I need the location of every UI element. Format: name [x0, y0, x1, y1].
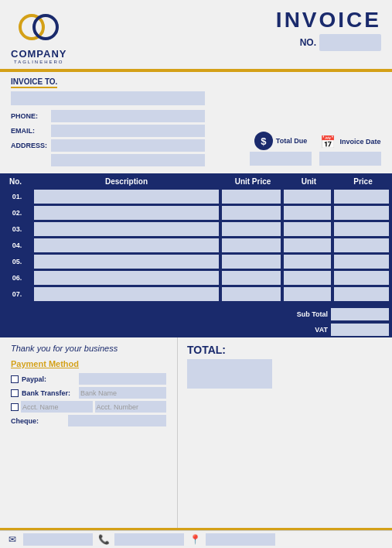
row-unit-price-1[interactable]	[220, 206, 282, 220]
row-price-1[interactable]	[332, 206, 390, 220]
total-box-input[interactable]	[187, 359, 272, 389]
footer-section: Thank you for your business Payment Meth…	[0, 337, 392, 528]
paypal-label: Paypal:	[22, 375, 76, 383]
row-price-6[interactable]	[332, 287, 390, 301]
table-row: 07.	[0, 287, 392, 301]
row-desc-6[interactable]	[32, 287, 220, 301]
row-unit-3[interactable]	[282, 238, 332, 252]
row-unit-6[interactable]	[282, 287, 332, 301]
row-no-0: 01.	[2, 193, 32, 200]
row-no-5: 06.	[2, 274, 32, 282]
bank-name-input[interactable]: Bank Name	[79, 387, 166, 399]
vat-row: VAT	[0, 322, 392, 337]
company-logo	[16, 8, 61, 46]
row-desc-2[interactable]	[32, 222, 220, 236]
email-label: EMAIL:	[11, 127, 48, 135]
invoice-title-area: INVOICE NO.	[276, 8, 381, 51]
row-price-0[interactable]	[332, 190, 390, 204]
row-unit-2[interactable]	[282, 222, 332, 236]
row-no-4: 05.	[2, 258, 32, 265]
bottom-phone-input[interactable]	[114, 533, 184, 546]
col-unit-price-header: Unit Price	[222, 177, 284, 186]
vat-label: VAT	[285, 326, 328, 334]
col-price-header: Price	[334, 177, 392, 186]
email-input[interactable]	[51, 125, 205, 137]
row-unit-0[interactable]	[282, 190, 332, 204]
cheque-label: Cheque:	[11, 417, 65, 425]
paypal-input[interactable]	[79, 373, 166, 385]
row-unit-price-6[interactable]	[220, 287, 282, 301]
payment-method-title: Payment Method	[11, 359, 166, 368]
calendar-icon: 📅	[319, 133, 336, 150]
company-tagline: TAGLINEHERO	[14, 60, 64, 64]
col-unit-header: Unit	[284, 177, 334, 186]
email-icon: ✉	[6, 533, 19, 546]
table-body: 01. 02. 03. 04. 05. 06. 07.	[0, 190, 392, 307]
row-unit-5[interactable]	[282, 271, 332, 285]
table-row: 01.	[0, 190, 392, 204]
total-due-label: Total Due	[276, 137, 307, 145]
row-no-3: 04.	[2, 241, 32, 249]
svg-point-1	[34, 15, 57, 39]
address-label: ADDRESS:	[11, 142, 48, 149]
total-due-input[interactable]	[250, 152, 312, 166]
table-row: 05.	[0, 255, 392, 269]
bottom-location-input[interactable]	[206, 533, 275, 546]
subtotal-input[interactable]	[331, 308, 389, 320]
acct-number-input[interactable]: Acct. Number	[95, 401, 167, 413]
invoice-title: INVOICE	[276, 8, 381, 33]
row-unit-price-4[interactable]	[220, 255, 282, 269]
acct-checkbox[interactable]	[11, 403, 19, 411]
thank-you-text: Thank you for your business	[11, 344, 166, 353]
footer-right: TOTAL:	[178, 337, 392, 528]
address-input[interactable]	[51, 139, 205, 152]
subtotal-row: Sub Total	[0, 307, 392, 322]
bottom-email-input[interactable]	[23, 533, 93, 546]
row-price-5[interactable]	[332, 271, 390, 285]
row-price-2[interactable]	[332, 222, 390, 236]
invoice-no-input[interactable]	[319, 34, 381, 51]
phone-label: PHONE:	[11, 112, 48, 120]
invoice-to-title: INVOICE TO.	[11, 77, 57, 88]
row-desc-4[interactable]	[32, 255, 220, 269]
table-section: No. Description Unit Price Unit Price 01…	[0, 173, 392, 337]
row-no-6: 07.	[2, 290, 32, 298]
vat-input[interactable]	[331, 324, 389, 336]
row-desc-0[interactable]	[32, 190, 220, 204]
invoice-date-input[interactable]	[319, 152, 381, 166]
row-unit-1[interactable]	[282, 206, 332, 220]
acct-name-input[interactable]: Acct. Name	[21, 401, 93, 413]
dollar-icon: $	[254, 132, 273, 150]
row-unit-price-0[interactable]	[220, 190, 282, 204]
table-row: 03.	[0, 222, 392, 236]
row-unit-4[interactable]	[282, 255, 332, 269]
phone-input[interactable]	[51, 110, 205, 122]
row-desc-3[interactable]	[32, 238, 220, 252]
table-row: 02.	[0, 206, 392, 220]
bank-transfer-label: Bank Transfer:	[22, 389, 76, 397]
invoice-date-label: Invoice Date	[339, 138, 380, 146]
address-input-2[interactable]	[51, 154, 205, 166]
company-name: COMPANY	[11, 48, 66, 60]
table-row: 06.	[0, 271, 392, 285]
invoice-to-section: INVOICE TO. PHONE: EMAIL: ADDRESS:	[0, 72, 392, 173]
subtotal-label: Sub Total	[285, 310, 328, 318]
table-row: 04.	[0, 238, 392, 252]
table-header: No. Description Unit Price Unit Price	[0, 173, 392, 190]
row-desc-1[interactable]	[32, 206, 220, 220]
paypal-checkbox[interactable]	[11, 375, 19, 383]
invoice-to-name-input[interactable]	[11, 91, 205, 105]
row-price-3[interactable]	[332, 238, 390, 252]
cheque-input[interactable]	[68, 415, 166, 426]
logo-area: COMPANY TAGLINEHERO	[11, 8, 66, 64]
row-desc-5[interactable]	[32, 271, 220, 285]
row-unit-price-3[interactable]	[220, 238, 282, 252]
row-no-1: 02.	[2, 209, 32, 217]
location-icon: 📍	[189, 533, 201, 546]
bank-transfer-checkbox[interactable]	[11, 389, 19, 397]
row-unit-price-2[interactable]	[220, 222, 282, 236]
row-no-2: 03.	[2, 225, 32, 233]
row-price-4[interactable]	[332, 255, 390, 269]
total-label: TOTAL:	[187, 344, 383, 356]
row-unit-price-5[interactable]	[220, 271, 282, 285]
